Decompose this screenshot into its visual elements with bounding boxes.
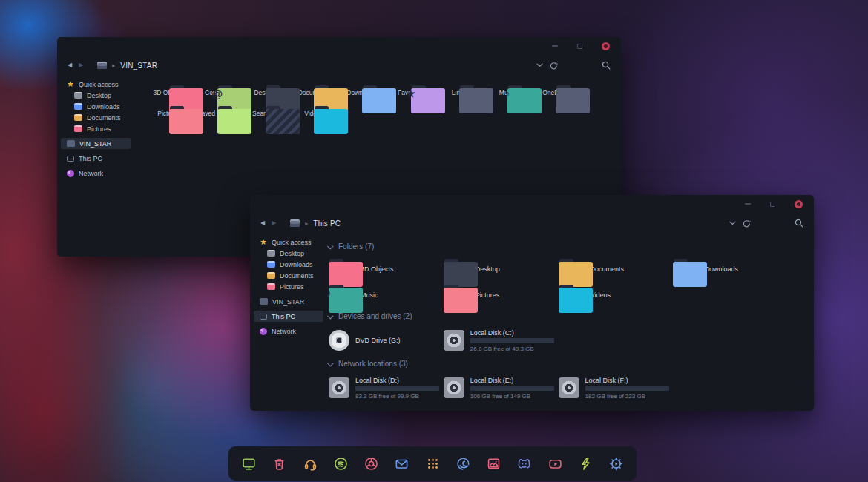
drive-info: DVD Drive (G:) bbox=[355, 337, 401, 344]
breadcrumb-folder-icon bbox=[97, 62, 107, 69]
breadcrumb[interactable]: ▸ This PC bbox=[290, 219, 341, 228]
folder-body bbox=[266, 109, 300, 134]
sidebar-item-this-pc[interactable]: This PC bbox=[254, 311, 323, 322]
sidebar-item-label: Quick access bbox=[79, 81, 128, 88]
navigation-bar: ◀ ▶ ▸ VIN_STAR bbox=[57, 55, 621, 76]
titlebar[interactable] bbox=[250, 195, 814, 213]
sidebar-item-label: Quick access bbox=[272, 239, 320, 246]
drive-tile-local-disk-e-[interactable]: Local Disk (E:)106 GB free of 149 GB bbox=[444, 373, 559, 403]
folder-body bbox=[217, 109, 251, 134]
back-button[interactable]: ◀ bbox=[68, 62, 72, 68]
section-header-network[interactable]: Network locations (3) bbox=[329, 360, 814, 368]
edge-icon bbox=[456, 456, 471, 472]
drive-info: Local Disk (C:)26.0 GB free of 49.3 GB bbox=[470, 329, 554, 352]
breadcrumb-separator: ▸ bbox=[305, 220, 308, 227]
spotify-icon bbox=[333, 456, 349, 472]
minimize-button[interactable] bbox=[552, 45, 558, 47]
dock-item-youtube[interactable] bbox=[548, 456, 563, 472]
refresh-icon[interactable] bbox=[550, 62, 558, 70]
close-button[interactable] bbox=[602, 42, 610, 50]
section-header-devices[interactable]: Devices and drives (2) bbox=[329, 312, 814, 320]
folder-grid: 3D Objects@ContactsDesktopDocumentsDownl… bbox=[145, 85, 618, 127]
dock-item-headset[interactable] bbox=[303, 456, 318, 472]
back-button[interactable]: ◀ bbox=[260, 220, 265, 226]
sidebar-item-quick-access[interactable]: ★Quick access bbox=[61, 79, 131, 90]
folder-tile-desktop[interactable]: Desktop bbox=[444, 256, 559, 282]
dock-item-deviantart[interactable] bbox=[578, 456, 594, 472]
section-header-folders[interactable]: Folders (7) bbox=[329, 242, 814, 251]
folder-body bbox=[362, 88, 396, 113]
dock-item-recycle-bin[interactable] bbox=[272, 456, 287, 472]
chevron-down-icon[interactable] bbox=[536, 63, 543, 67]
chevron-down-icon[interactable] bbox=[729, 221, 736, 225]
dock-item-chrome[interactable] bbox=[364, 456, 379, 472]
sidebar-item-network[interactable]: Network bbox=[254, 326, 323, 337]
close-button[interactable] bbox=[795, 200, 803, 208]
navigation-bar: ◀ ▶ ▸ This PC bbox=[250, 213, 814, 234]
dock-item-edge[interactable] bbox=[456, 456, 471, 472]
drive-tile-local-disk-f-[interactable]: Local Disk (F:)182 GB free of 223 GB bbox=[559, 373, 674, 403]
dock-item-spotify[interactable] bbox=[333, 456, 349, 472]
folder-icon: ♪ bbox=[329, 285, 354, 306]
refresh-icon[interactable] bbox=[743, 219, 751, 228]
dock-item-app-grid[interactable] bbox=[425, 456, 441, 472]
sidebar-item-this-pc[interactable]: This PC bbox=[61, 153, 131, 164]
collapse-chevron-icon bbox=[327, 360, 333, 366]
dock-item-discord[interactable] bbox=[516, 456, 532, 472]
folder-item-3d-objects[interactable]: 3D Objects bbox=[145, 85, 193, 96]
folder-tile-downloads[interactable]: Downloads bbox=[673, 256, 788, 282]
dock-item-settings[interactable] bbox=[608, 456, 624, 472]
maximize-button[interactable] bbox=[577, 44, 582, 49]
folder-icon bbox=[74, 92, 82, 99]
folder-body bbox=[169, 109, 203, 134]
hard-disk-icon bbox=[559, 377, 579, 398]
search-icon[interactable] bbox=[795, 219, 803, 228]
sidebar-item-documents[interactable]: Documents bbox=[61, 112, 131, 123]
breadcrumb[interactable]: ▸ VIN_STAR bbox=[97, 62, 157, 70]
drive-name: Local Disk (C:) bbox=[470, 329, 554, 337]
folder-tile-label: Pictures bbox=[476, 291, 500, 299]
sidebar-item-desktop[interactable]: Desktop bbox=[61, 90, 131, 101]
sidebar-item-desktop[interactable]: Desktop bbox=[254, 248, 323, 259]
search-icon[interactable] bbox=[602, 61, 611, 70]
forward-button[interactable]: ▶ bbox=[79, 62, 83, 68]
folder-body bbox=[459, 88, 493, 113]
folder-icon bbox=[267, 272, 275, 279]
globe-icon bbox=[67, 170, 74, 177]
dock-item-mail[interactable] bbox=[394, 456, 410, 472]
drive-info: Local Disk (F:)182 GB free of 223 GB bbox=[585, 377, 669, 400]
breadcrumb-folder-icon bbox=[290, 219, 300, 227]
sidebar-item-pictures[interactable]: Pictures bbox=[61, 123, 131, 134]
sidebar-item-network[interactable]: Network bbox=[61, 168, 131, 179]
sidebar-item-label: Downloads bbox=[280, 261, 313, 268]
minimize-button[interactable] bbox=[745, 203, 751, 205]
dock-item-photos[interactable] bbox=[486, 456, 502, 472]
forward-button[interactable]: ▶ bbox=[272, 220, 276, 226]
drive-tile-local-disk-c-[interactable]: Local Disk (C:)26.0 GB free of 49.3 GB bbox=[444, 326, 559, 355]
sidebar-item-label: Desktop bbox=[87, 92, 116, 99]
titlebar[interactable] bbox=[57, 37, 621, 55]
maximize-button[interactable] bbox=[770, 202, 775, 207]
sidebar-item-quick-access[interactable]: ★Quick access bbox=[254, 237, 323, 248]
sidebar-item-vin_star[interactable]: VIN_STAR bbox=[61, 138, 131, 149]
sidebar-item-downloads[interactable]: Downloads bbox=[254, 259, 323, 270]
folder-tile-3d-objects[interactable]: 3D Objects bbox=[329, 256, 444, 282]
drive-tile-local-disk-d-[interactable]: Local Disk (D:)83.3 GB free of 99.9 GB bbox=[329, 373, 444, 403]
chrome-icon bbox=[364, 456, 379, 472]
sidebar-item-pictures[interactable]: Pictures bbox=[254, 281, 323, 292]
section-title: Network locations (3) bbox=[338, 360, 408, 368]
recycle-bin-icon bbox=[272, 456, 287, 472]
folder-tile-label: Desktop bbox=[476, 265, 500, 273]
disk-usage-bar bbox=[470, 386, 554, 391]
network-grid: Local Disk (D:)83.3 GB free of 99.9 GBLo… bbox=[329, 373, 792, 403]
dock-item-monitor[interactable] bbox=[241, 456, 257, 472]
pin-icon bbox=[125, 103, 128, 110]
sidebar-item-documents[interactable]: Documents bbox=[254, 270, 323, 281]
sidebar-item-vin_star[interactable]: VIN_STAR bbox=[254, 296, 323, 307]
drive-tile-dvd-drive-g-[interactable]: DVD Drive (G:) bbox=[329, 326, 444, 355]
folder-tile-documents[interactable]: Documents bbox=[559, 256, 674, 282]
sidebar-item-downloads[interactable]: Downloads bbox=[61, 101, 131, 112]
folder-body bbox=[556, 88, 590, 113]
folder-icon bbox=[673, 259, 698, 280]
pin-icon bbox=[125, 114, 128, 122]
